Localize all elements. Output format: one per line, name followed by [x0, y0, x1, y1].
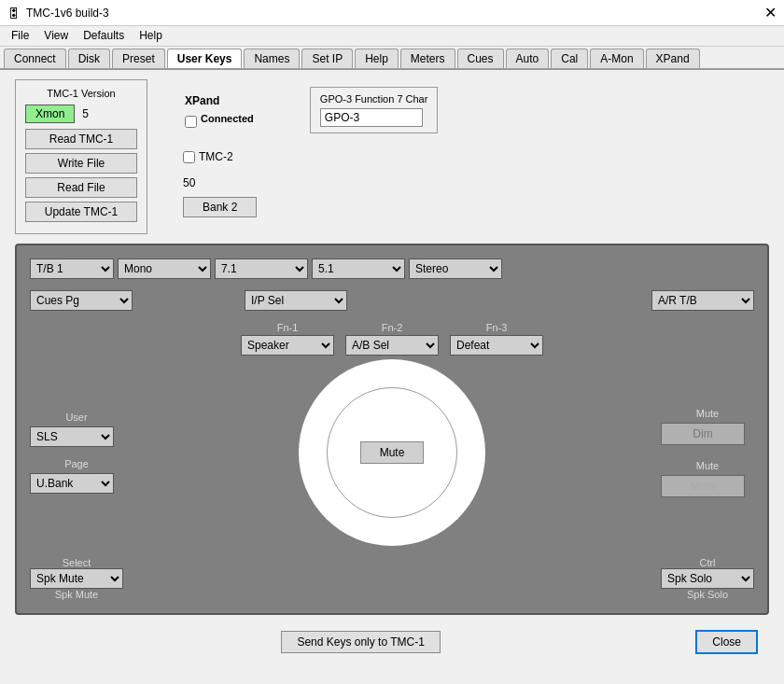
dropdown-sls[interactable]: SLS — [30, 426, 114, 447]
fn3-label: Fn-3 — [486, 322, 508, 333]
tab-names[interactable]: Names — [244, 49, 300, 68]
fn2-label: Fn-2 — [382, 322, 403, 333]
title-bar-left: 🎛 TMC-1v6 build-3 — [7, 6, 109, 21]
bottom-row: Select Spk Mute Spk Mute Ctrl Spk Solo S… — [30, 557, 754, 600]
close-icon[interactable]: ✕ — [764, 6, 777, 21]
tab-a-mon[interactable]: A-Mon — [590, 49, 643, 68]
xmon-button[interactable]: Xmon — [25, 105, 75, 123]
fn3-group: Fn-3 Defeat — [450, 322, 543, 356]
middle-section: XPand Connected TMC-2 50 Bank 2 — [175, 79, 263, 234]
gpo-input[interactable] — [320, 108, 423, 127]
tmc-version-row: Xmon 5 — [25, 105, 137, 123]
tmc2-label: TMC-2 — [199, 150, 233, 163]
dropdown-tb1[interactable]: T/B 1 T/B 2 — [30, 258, 114, 279]
xpand-label: XPand — [185, 94, 254, 107]
gpo-label: GPO-3 Function 7 Char — [320, 93, 428, 105]
gpo-box: GPO-3 Function 7 Char — [310, 87, 439, 133]
read-file-button[interactable]: Read File — [25, 177, 137, 198]
dim-button[interactable]: Dim — [661, 423, 745, 445]
user-label: User — [30, 412, 123, 423]
dropdown-fn2[interactable]: A/B Sel — [345, 335, 439, 356]
dropdown-spk-mute[interactable]: Spk Mute — [30, 568, 123, 589]
tab-cues[interactable]: Cues — [457, 49, 504, 68]
dropdown-stereo[interactable]: Stereo 5.1 7.1 — [409, 258, 502, 279]
dropdown-71[interactable]: 7.1 5.1 Stereo — [215, 258, 308, 279]
fn1-group: Fn-1 Speaker — [241, 322, 334, 356]
dropdown-fn1[interactable]: Speaker — [241, 335, 334, 356]
menu-defaults[interactable]: Defaults — [76, 28, 132, 44]
spk-solo-label: Spk Solo — [687, 589, 728, 600]
mute-button[interactable]: Mute — [661, 475, 745, 497]
close-button[interactable]: Close — [695, 630, 758, 654]
dropdown-cues-pg[interactable]: Cues Pg — [30, 290, 133, 311]
read-tmc1-button[interactable]: Read TMC-1 — [25, 129, 137, 149]
xpand-box: XPand Connected — [175, 87, 263, 143]
tab-disk[interactable]: Disk — [68, 49, 110, 68]
controller-main: User SLS Page U.Bank Mute Mute — [30, 359, 754, 546]
tab-bar: Connect Disk Preset User Keys Names Set … — [0, 47, 784, 70]
write-file-button[interactable]: Write File — [25, 153, 137, 174]
spk-mute-label: Spk Mute — [55, 589, 98, 600]
version-number: 5 — [82, 107, 89, 120]
xpand-connected-row: Connected — [185, 113, 254, 130]
tmc2-section: TMC-2 — [175, 150, 263, 169]
tmc2-checkbox[interactable] — [183, 151, 195, 163]
title-bar: 🎛 TMC-1v6 build-3 ✕ — [0, 0, 784, 26]
row1-dropdowns: T/B 1 T/B 2 Mono Stereo 7.1 5.1 Stereo 5… — [30, 258, 754, 279]
main-content: TMC-1 Version Xmon 5 Read TMC-1 Write Fi… — [0, 70, 784, 671]
spk-solo-section: Ctrl Spk Solo Spk Solo — [661, 557, 754, 600]
dropdown-mono[interactable]: Mono Stereo — [118, 258, 211, 279]
xpand-connected-label: Connected — [201, 113, 254, 124]
dropdown-fn3[interactable]: Defeat — [450, 335, 543, 356]
right-controls: Mute Dim Mute Mute — [661, 408, 754, 497]
tab-connect[interactable]: Connect — [4, 49, 66, 68]
dropdown-ip-sel[interactable]: I/P Sel — [245, 290, 347, 311]
title-bar-title: TMC-1v6 build-3 — [26, 7, 109, 20]
wheel-area: Mute — [133, 359, 651, 546]
bank2-container: Bank 2 — [175, 197, 263, 217]
menu-file[interactable]: File — [4, 28, 36, 44]
app-icon: 🎛 — [7, 6, 21, 21]
footer: Send Keys only to TMC-1 Close — [15, 622, 769, 662]
ctrl-label: Ctrl — [699, 557, 715, 568]
mute-label: Mute — [661, 408, 754, 419]
tab-preset[interactable]: Preset — [112, 49, 165, 68]
left-controls: User SLS Page U.Bank — [30, 412, 123, 494]
mute-inner-button[interactable]: Mute — [360, 441, 425, 464]
tab-cal[interactable]: Cal — [551, 49, 588, 68]
tab-meters[interactable]: Meters — [400, 49, 455, 68]
tab-user-keys[interactable]: User Keys — [167, 49, 243, 68]
update-tmc1-button[interactable]: Update TMC-1 — [25, 202, 137, 222]
fn1-label: Fn-1 — [277, 322, 299, 333]
menu-help[interactable]: Help — [132, 28, 170, 44]
menu-bar: File View Defaults Help — [0, 26, 784, 47]
tmc-version-box: TMC-1 Version Xmon 5 Read TMC-1 Write Fi… — [15, 79, 147, 234]
bank2-button[interactable]: Bank 2 — [183, 197, 257, 217]
dropdown-spk-solo[interactable]: Spk Solo — [661, 568, 754, 589]
tab-help[interactable]: Help — [355, 49, 399, 68]
tab-auto[interactable]: Auto — [506, 49, 550, 68]
outer-circle: Mute — [299, 359, 485, 546]
menu-view[interactable]: View — [36, 28, 76, 44]
tmc-version-label: TMC-1 Version — [25, 88, 137, 99]
controller-panel: T/B 1 T/B 2 Mono Stereo 7.1 5.1 Stereo 5… — [15, 244, 769, 615]
dropdown-ar-tb[interactable]: A/R T/B — [651, 290, 754, 311]
dropdown-ubank[interactable]: U.Bank — [30, 473, 114, 494]
gpo-section: GPO-3 Function 7 Char — [310, 79, 439, 234]
send-keys-button[interactable]: Send Keys only to TMC-1 — [281, 631, 441, 653]
page-label: Page — [30, 458, 123, 469]
tab-xpand[interactable]: XPand — [646, 49, 700, 68]
row2: Cues Pg I/P Sel A/R T/B — [30, 290, 754, 311]
fn2-group: Fn-2 A/B Sel — [345, 322, 439, 356]
spk-mute-section: Select Spk Mute Spk Mute — [30, 557, 123, 600]
inner-circle: Mute — [327, 387, 457, 518]
mute2-label: Mute — [661, 460, 754, 471]
tab-set-ip[interactable]: Set IP — [301, 49, 353, 68]
top-section: TMC-1 Version Xmon 5 Read TMC-1 Write Fi… — [15, 79, 769, 234]
dropdown-51[interactable]: 5.1 7.1 Stereo — [312, 258, 405, 279]
xpand-connected-checkbox[interactable] — [185, 116, 197, 128]
number-display: 50 — [175, 176, 263, 189]
fn-row: Fn-1 Speaker Fn-2 A/B Sel Fn-3 Defeat — [30, 322, 754, 356]
select-label: Select — [63, 557, 91, 568]
tmc2-row: TMC-2 — [183, 150, 233, 163]
